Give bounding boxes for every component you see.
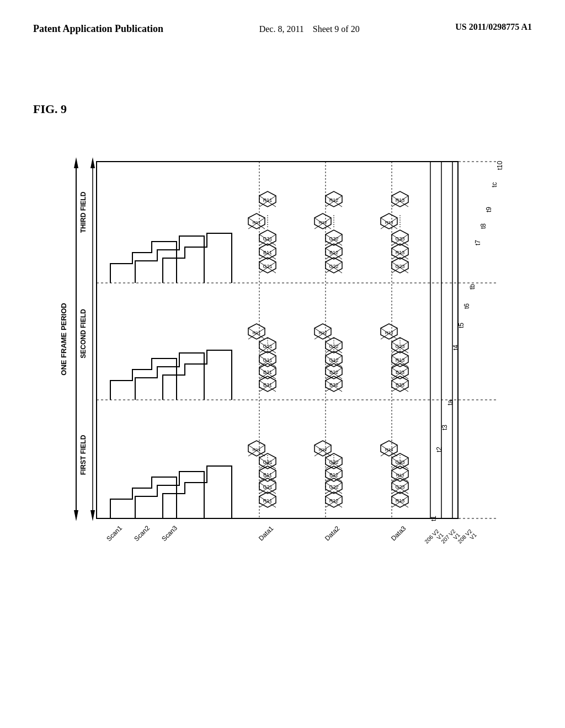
third-field-label: THIRD FIELD: [79, 191, 87, 233]
cell-g33-3: G33: [395, 236, 404, 242]
header-sheet: Sheet 9 of 20: [313, 24, 360, 34]
cell-g31-3: G31: [263, 236, 272, 242]
cell-b11: B11: [263, 472, 272, 478]
cell-b21-2: B21: [263, 370, 272, 375]
one-frame-label: ONE FRAME PERIOD: [60, 303, 68, 375]
cell-r13-top: R13: [396, 197, 405, 203]
cell-g23-2b: G23: [395, 344, 404, 349]
data1-label: Data1: [257, 524, 275, 543]
cell-b31: B31: [263, 382, 272, 388]
time-t9: t9: [485, 207, 493, 212]
cell-r13-2: R13: [396, 357, 405, 363]
scan3-label: Scan3: [160, 524, 179, 543]
cell-b13-3: R13: [396, 250, 405, 255]
cell-g23-3: G23: [395, 264, 404, 269]
header-publication-title: Patent Application Publication: [33, 22, 163, 36]
time-tb: tb: [468, 284, 476, 290]
cell-r12-3b: R12: [319, 220, 327, 225]
svg-marker-2: [74, 510, 78, 521]
cell-r11-3b: R11: [253, 220, 261, 225]
time-tc: tc: [491, 182, 498, 187]
cell-g22-2b: G22: [329, 344, 338, 349]
cell-g21-3: G21: [263, 264, 272, 269]
cell-r11-2: R11: [253, 330, 261, 335]
cell-r11-3: R11: [263, 197, 273, 203]
cell-g11-2: G11: [263, 357, 272, 363]
header-date: Dec. 8, 2011: [259, 24, 304, 34]
cell-g21: G21: [263, 484, 272, 490]
timing-diagram: ONE FRAME PERIOD FIRST FIELD SECOND FIEL…: [55, 102, 530, 631]
second-field-label: SECOND FIELD: [79, 309, 87, 358]
scan2-label: Scan2: [132, 524, 151, 543]
cell-k13: R13: [385, 447, 393, 452]
svg-marker-1: [74, 157, 78, 168]
cell-b23-2: B23: [396, 370, 404, 375]
cell-g32-3: G32: [329, 236, 338, 242]
cell-b12-3: B12: [329, 250, 338, 255]
time-t10: t10: [496, 160, 504, 170]
data3-label: Data3: [390, 524, 408, 543]
data2-label: Data2: [323, 524, 342, 543]
page-header: Patent Application Publication Dec. 8, 2…: [0, 22, 565, 36]
cell-r12: R12: [329, 498, 339, 504]
time-t3: t3: [441, 425, 449, 430]
cell-r11: R11: [263, 498, 273, 504]
cell-r13-b: R13: [396, 473, 404, 478]
time-t7: t7: [474, 240, 482, 245]
cell-b33: B33: [396, 382, 404, 388]
svg-marker-5: [90, 510, 95, 521]
scan1-label: Scan1: [105, 524, 124, 543]
cell-k11: R11: [253, 447, 261, 452]
cell-b11-3: B11: [263, 250, 272, 255]
cell-g23: G23: [395, 484, 404, 490]
cell-g22-3: G22: [329, 264, 338, 269]
cell-g12-2: G12: [329, 357, 338, 363]
cell-b12: B12: [329, 472, 338, 478]
time-t5: t5: [457, 323, 465, 328]
time-t8: t8: [479, 223, 487, 229]
time-ta: ta: [446, 400, 454, 405]
svg-marker-4: [90, 157, 95, 168]
cell-b22-2: B22: [329, 370, 338, 375]
cell-r13-3: R13: [385, 330, 393, 335]
cell-r12-2: R12: [319, 330, 327, 335]
header-patent-number: US 2011/0298775 A1: [455, 22, 532, 32]
cell-k12: R12: [319, 447, 327, 452]
cell-b32: B32: [329, 382, 338, 388]
cell-g21-2b: G21: [263, 344, 272, 349]
first-field-label: FIRST FIELD: [79, 435, 87, 475]
header-date-sheet: Dec. 8, 2011 Sheet 9 of 20: [259, 22, 360, 36]
cell-g22: G22: [329, 484, 338, 490]
cell-r13-1: R13: [396, 498, 405, 504]
cell-r13-3b: R13: [385, 220, 393, 225]
time-t6: t6: [463, 303, 471, 309]
time-t2: t2: [435, 447, 443, 452]
cell-r12-3: R12: [329, 197, 339, 203]
